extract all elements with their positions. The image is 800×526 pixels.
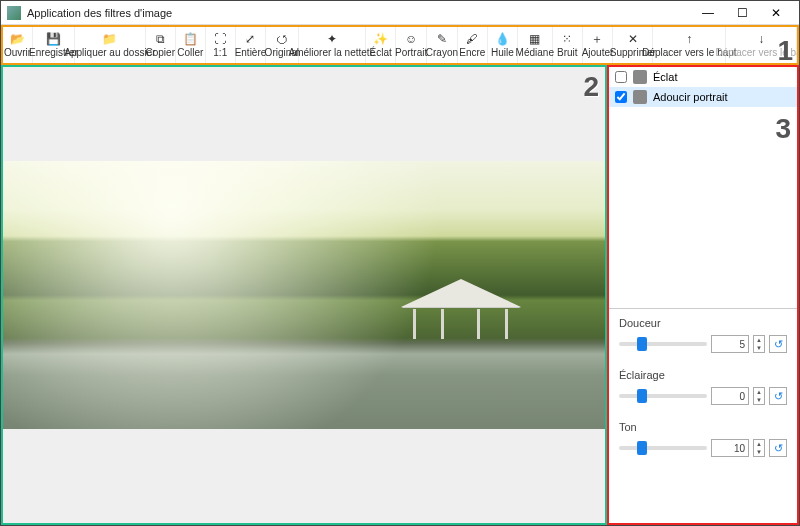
toolbar-item-label: Entière — [235, 47, 267, 58]
toolbar-item-label: Appliquer au dossier — [64, 47, 155, 58]
pencil-icon: ✎ — [435, 32, 449, 46]
ink-icon: 🖋 — [465, 32, 479, 46]
param-value-input[interactable]: 0 — [711, 387, 749, 405]
slider-thumb[interactable] — [637, 441, 647, 455]
filter-row[interactable]: Adoucir portrait — [609, 87, 797, 107]
toolbar-copy-button[interactable]: ⧉Copier — [146, 27, 176, 63]
median-icon: ▦ — [528, 32, 542, 46]
param-label: Ton — [619, 421, 787, 433]
add-icon: ＋ — [590, 32, 604, 46]
toolbar-zoom-fit-button[interactable]: ⤢Entière — [236, 27, 266, 63]
close-button[interactable]: ✕ — [759, 2, 793, 24]
noise-icon: ⁙ — [560, 32, 574, 46]
param-value-input[interactable]: 5 — [711, 335, 749, 353]
filter-thumb-icon — [633, 70, 647, 84]
toolbar-sharpen-button[interactable]: ✦Améliorer la netteté — [299, 27, 367, 63]
filter-parameters: Douceur5▲▼↺Éclairage0▲▼↺Ton10▲▼↺ — [609, 309, 797, 481]
param-spinner[interactable]: ▲▼ — [753, 439, 765, 457]
toolbar-item-label: Huile — [491, 47, 514, 58]
param-reset-button[interactable]: ↺ — [769, 335, 787, 353]
param-douceur: Douceur5▲▼↺ — [619, 317, 787, 353]
param-spinner[interactable]: ▲▼ — [753, 335, 765, 353]
toolbar-glow-button[interactable]: ✨Éclat — [366, 27, 396, 63]
param-slider[interactable] — [619, 342, 707, 346]
filter-row[interactable]: Éclat — [609, 67, 797, 87]
toolbar-item-label: Encre — [459, 47, 485, 58]
app-icon — [7, 6, 21, 20]
zoom-fit-icon: ⤢ — [243, 32, 257, 46]
image-canvas-pane[interactable]: 2 — [1, 65, 607, 525]
param-label: Éclairage — [619, 369, 787, 381]
annotation-2: 2 — [583, 71, 599, 103]
toolbar-item-label: Ouvrir — [4, 47, 31, 58]
open-icon: 📂 — [11, 32, 25, 46]
toolbar-zoom-actual-button[interactable]: ⛶1:1 — [206, 27, 236, 63]
toolbar-ink-button[interactable]: 🖋Encre — [458, 27, 488, 63]
toolbar-item-label: Portrait — [395, 47, 427, 58]
save-icon: 💾 — [47, 32, 61, 46]
window-title: Application des filtres d'image — [27, 7, 172, 19]
copy-icon: ⧉ — [153, 32, 167, 46]
param-ton: Ton10▲▼↺ — [619, 421, 787, 457]
filter-list: ÉclatAdoucir portrait — [609, 67, 797, 309]
filter-enable-checkbox[interactable] — [615, 91, 627, 103]
toolbar-item-label: Crayon — [426, 47, 458, 58]
maximize-button[interactable]: ☐ — [725, 2, 759, 24]
original-icon: ⭯ — [275, 32, 289, 46]
toolbar-add-button[interactable]: ＋Ajouter — [583, 27, 613, 63]
filter-enable-checkbox[interactable] — [615, 71, 627, 83]
toolbar-item-label: Éclat — [370, 47, 392, 58]
toolbar-item-label: Coller — [177, 47, 203, 58]
paste-icon: 📋 — [183, 32, 197, 46]
param-slider[interactable] — [619, 446, 707, 450]
oil-icon: 💧 — [495, 32, 509, 46]
minimize-button[interactable]: — — [691, 2, 725, 24]
move-up-icon: ↑ — [682, 32, 696, 46]
toolbar-noise-button[interactable]: ⁙Bruit — [553, 27, 583, 63]
filter-thumb-icon — [633, 90, 647, 104]
toolbar-item-label: Médiane — [516, 47, 554, 58]
filters-panel: 3 ÉclatAdoucir portrait Douceur5▲▼↺Éclai… — [607, 65, 799, 525]
toolbar-portrait-button[interactable]: ☺Portrait — [396, 27, 427, 63]
toolbar-item-label: Déplacer vers le bas — [716, 47, 799, 58]
param-spinner[interactable]: ▲▼ — [753, 387, 765, 405]
toolbar-item-label: Bruit — [557, 47, 578, 58]
delete-icon: ✕ — [626, 32, 640, 46]
zoom-actual-icon: ⛶ — [213, 32, 227, 46]
param-éclairage: Éclairage0▲▼↺ — [619, 369, 787, 405]
portrait-icon: ☺ — [404, 32, 418, 46]
param-reset-button[interactable]: ↺ — [769, 439, 787, 457]
param-reset-button[interactable]: ↺ — [769, 387, 787, 405]
glow-icon: ✨ — [374, 32, 388, 46]
slider-thumb[interactable] — [637, 337, 647, 351]
main-toolbar: 📂Ouvrir💾Enregistrer📁Appliquer au dossier… — [1, 25, 799, 65]
apply-folder-icon: 📁 — [103, 32, 117, 46]
toolbar-item-label: Améliorer la netteté — [288, 47, 375, 58]
toolbar-item-label: Copier — [146, 47, 175, 58]
pavilion-shape — [401, 279, 521, 339]
toolbar-item-label: Ajouter — [582, 47, 614, 58]
toolbar-oil-button[interactable]: 💧Huile — [488, 27, 518, 63]
sharpen-icon: ✦ — [325, 32, 339, 46]
param-label: Douceur — [619, 317, 787, 329]
toolbar-paste-button[interactable]: 📋Coller — [176, 27, 206, 63]
param-slider[interactable] — [619, 394, 707, 398]
filter-label: Adoucir portrait — [653, 91, 728, 103]
toolbar-median-button[interactable]: ▦Médiane — [518, 27, 553, 63]
toolbar-item-label: 1:1 — [213, 47, 227, 58]
toolbar-apply-folder-button[interactable]: 📁Appliquer au dossier — [75, 27, 146, 63]
filter-label: Éclat — [653, 71, 677, 83]
param-value-input[interactable]: 10 — [711, 439, 749, 457]
image-preview — [3, 161, 605, 429]
title-bar: Application des filtres d'image — ☐ ✕ — [1, 1, 799, 25]
slider-thumb[interactable] — [637, 389, 647, 403]
toolbar-move-down-button: ↓Déplacer vers le bas — [726, 27, 797, 63]
toolbar-pencil-button[interactable]: ✎Crayon — [427, 27, 458, 63]
move-down-icon: ↓ — [754, 32, 768, 46]
